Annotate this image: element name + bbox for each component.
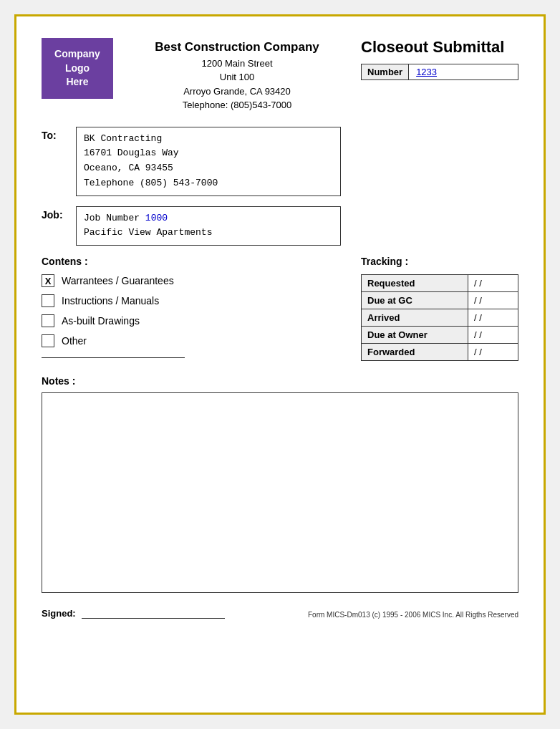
checkbox-0[interactable]: X [42,274,54,287]
checkbox-label-2: As-built Drawings [62,315,140,327]
mid-section: Contens : X Warrantees / Guarantees Inst… [42,256,518,361]
checkbox-row-1: Instructions / Manuals [42,294,332,307]
number-row: Number 1233 [361,64,518,80]
job-line1: Job Number 1000 [84,211,333,226]
address-line3: Arroyo Grande, CA 93420 [127,85,347,99]
tracking-label-due-gc: Due at GC [362,292,468,309]
to-line4: Telephone (805) 543-7000 [84,176,333,191]
contents-signature-line [42,357,185,358]
tracking-row-due-gc: Due at GC / / [362,292,518,309]
job-number-link[interactable]: 1000 [145,213,168,223]
header: Company Logo Here Best Construction Comp… [42,38,518,112]
closeout-section: Closeout Submittal Number 1233 [361,38,518,80]
footer: Signed: Form MICS-Dm013 (c) 1995 - 2006 … [42,607,518,619]
notes-label: Notes : [42,375,518,387]
to-line2: 16701 Douglas Way [84,146,333,161]
checkbox-row-0: X Warrantees / Guarantees [42,274,332,287]
tracking-label-arrived: Arrived [362,309,468,327]
company-logo: Company Logo Here [42,38,113,99]
checkbox-2[interactable] [42,314,54,327]
checkbox-label-0: Warrantees / Guarantees [62,275,174,286]
contents-title: Contens : [42,256,332,267]
to-row: To: BK Contracting 16701 Douglas Way Oce… [42,127,518,196]
job-box: Job Number 1000 Pacific View Apartments [76,206,341,246]
checkbox-1[interactable] [42,294,54,307]
tracking-value-forwarded[interactable]: / / [468,344,518,361]
tracking-table: Requested / / Due at GC / / Arrived / / … [361,274,518,361]
address-line4: Telephone: (805)543-7000 [127,98,347,112]
address-line2: Unit 100 [127,70,347,85]
tracking-label-forwarded: Forwarded [362,344,468,361]
number-value[interactable]: 1233 [409,64,518,79]
signed-area: Signed: [42,607,225,619]
document-title: Closeout Submittal [361,38,518,57]
tracking-row-arrived: Arrived / / [362,309,518,327]
number-link[interactable]: 1233 [416,67,437,77]
checkbox-row-2: As-built Drawings [42,314,332,327]
checkbox-label-3: Other [62,335,87,347]
tracking-column: Tracking : Requested / / Due at GC / / A… [361,256,518,361]
to-label: To: [42,127,76,141]
document-page: Company Logo Here Best Construction Comp… [14,14,546,715]
tracking-row-requested: Requested / / [362,275,518,292]
tracking-value-due-owner[interactable]: / / [468,327,518,344]
to-box: BK Contracting 16701 Douglas Way Oceano,… [76,127,341,196]
job-label: Job: [42,206,76,221]
copyright-text: Form MICS-Dm013 (c) 1995 - 2006 MICS Inc… [308,611,518,619]
address-line1: 1200 Main Street [127,57,347,71]
checkbox-row-3: Other [42,334,332,347]
tracking-value-requested[interactable]: / / [468,275,518,292]
company-name: Best Construction Company [127,38,347,57]
company-info: Best Construction Company 1200 Main Stre… [127,38,347,112]
number-label: Number [362,64,409,79]
job-row: Job: Job Number 1000 Pacific View Apartm… [42,206,518,246]
tracking-label-due-owner: Due at Owner [362,327,468,344]
signature-underline [82,607,225,619]
tracking-row-forwarded: Forwarded / / [362,344,518,361]
notes-section: Notes : [42,375,518,593]
tracking-row-due-owner: Due at Owner / / [362,327,518,344]
to-line3: Oceano, CA 93455 [84,161,333,176]
job-line2: Pacific View Apartments [84,226,333,241]
to-line1: BK Contracting [84,132,333,147]
tracking-value-due-gc[interactable]: / / [468,292,518,309]
signed-label: Signed: [42,608,76,619]
tracking-title: Tracking : [361,256,518,267]
notes-box[interactable] [42,392,518,593]
checkbox-3[interactable] [42,334,54,347]
tracking-label-requested: Requested [362,275,468,292]
checkbox-label-1: Instructions / Manuals [62,295,159,306]
contents-column: Contens : X Warrantees / Guarantees Inst… [42,256,332,361]
tracking-value-arrived[interactable]: / / [468,309,518,327]
